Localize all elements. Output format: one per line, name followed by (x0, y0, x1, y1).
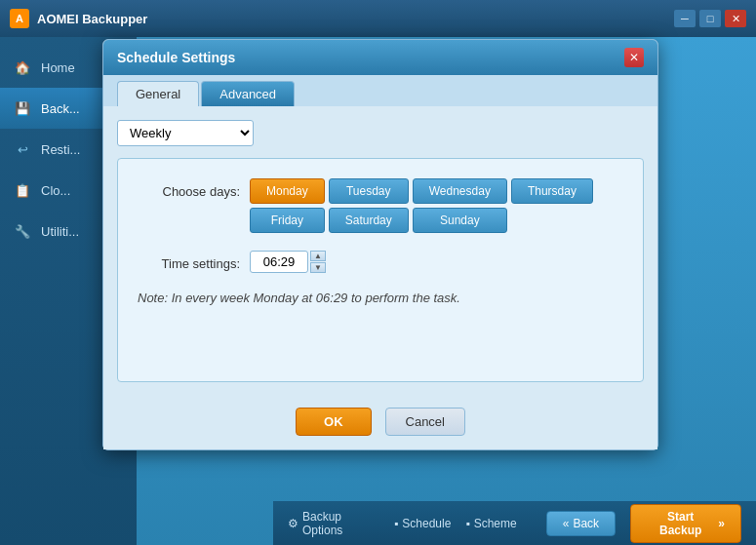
time-input-wrapper: ▲ ▼ (250, 251, 326, 273)
dialog-titlebar: Schedule Settings ✕ (103, 40, 657, 75)
day-thursday[interactable]: Thursday (511, 178, 593, 204)
tab-advanced[interactable]: Advanced (201, 81, 295, 106)
home-icon: 🏠 (12, 57, 33, 78)
frequency-dropdown-row: Daily Weekly Monthly Once Event triggers (117, 120, 644, 146)
ok-button[interactable]: OK (296, 408, 372, 436)
utilities-icon: 🔧 (12, 220, 33, 242)
days-container: Monday Tuesday Wednesday Thursday Friday… (250, 178, 593, 233)
sidebar-restore-label: Resti... (41, 142, 80, 157)
backup-options-link[interactable]: ⚙ Backup Options (288, 510, 379, 537)
title-bar-left: A AOMEI Backupper (10, 9, 147, 28)
schedule-icon: ▪ (394, 517, 398, 530)
app-title: AOMEI Backupper (37, 12, 147, 26)
clone-icon: 📋 (12, 179, 33, 201)
sidebar-utilities-label: Utiliti... (41, 224, 79, 239)
dialog-close-button[interactable]: ✕ (624, 48, 644, 67)
day-wednesday[interactable]: Wednesday (413, 178, 507, 204)
dialog-footer: OK Cancel (103, 396, 657, 449)
day-friday[interactable]: Friday (250, 208, 325, 233)
choose-days-label: Choose days: (138, 178, 240, 199)
start-arrow-icon: » (718, 517, 725, 530)
schedule-dialog: Schedule Settings ✕ General Advanced Dai… (102, 39, 658, 450)
day-sunday[interactable]: Sunday (413, 208, 507, 233)
dialog-title: Schedule Settings (117, 50, 235, 65)
app-window: A AOMEI Backupper ─ □ ✕ 🏠 Home 💾 Back...… (0, 0, 756, 545)
time-spinners: ▲ ▼ (310, 251, 326, 273)
time-settings-label: Time settings: (138, 251, 240, 271)
sidebar-backup-label: Back... (41, 101, 80, 116)
close-window-button[interactable]: ✕ (725, 10, 746, 27)
frequency-select[interactable]: Daily Weekly Monthly Once Event triggers (117, 120, 254, 146)
title-bar: A AOMEI Backupper ─ □ ✕ (0, 0, 756, 37)
choose-days-row: Choose days: Monday Tuesday Wednesday Th… (138, 178, 623, 233)
cancel-button[interactable]: Cancel (385, 408, 465, 436)
maximize-button[interactable]: □ (699, 10, 721, 27)
minimize-button[interactable]: ─ (674, 10, 696, 27)
content-panel: Choose days: Monday Tuesday Wednesday Th… (117, 158, 644, 382)
back-arrow-icon: « (563, 517, 570, 530)
bottom-bar: ⚙ Backup Options ▪ Schedule ▪ Scheme « B… (273, 501, 756, 545)
day-saturday[interactable]: Saturday (329, 208, 409, 233)
gear-icon: ⚙ (288, 517, 298, 530)
back-button[interactable]: « Back (546, 511, 616, 536)
dialog-body: Daily Weekly Monthly Once Event triggers… (103, 106, 657, 396)
tab-general[interactable]: General (117, 81, 199, 106)
dialog-tabs: General Advanced (103, 75, 657, 106)
time-spinner-down[interactable]: ▼ (310, 262, 326, 273)
scheme-icon: ▪ (465, 517, 469, 530)
sidebar-home-label: Home (41, 60, 75, 75)
time-settings-row: Time settings: ▲ ▼ (138, 251, 623, 273)
days-grid: Monday Tuesday Wednesday Thursday Friday… (250, 178, 593, 233)
note-text: Note: In every week Monday at 06:29 to p… (138, 291, 623, 305)
sidebar-clone-label: Clo... (41, 183, 70, 198)
backup-icon: 💾 (12, 97, 33, 119)
day-tuesday[interactable]: Tuesday (329, 178, 409, 204)
app-icon: A (10, 9, 29, 28)
time-spinner-up[interactable]: ▲ (310, 251, 326, 261)
frequency-dropdown-wrapper: Daily Weekly Monthly Once Event triggers (117, 120, 254, 146)
schedule-link[interactable]: ▪ Schedule (394, 517, 451, 530)
restore-icon: ↩ (12, 138, 33, 160)
time-input[interactable] (250, 251, 308, 273)
start-backup-button[interactable]: Start Backup » (630, 504, 741, 543)
scheme-link[interactable]: ▪ Scheme (465, 517, 516, 530)
day-monday[interactable]: Monday (250, 178, 325, 204)
window-controls: ─ □ ✕ (674, 10, 746, 27)
